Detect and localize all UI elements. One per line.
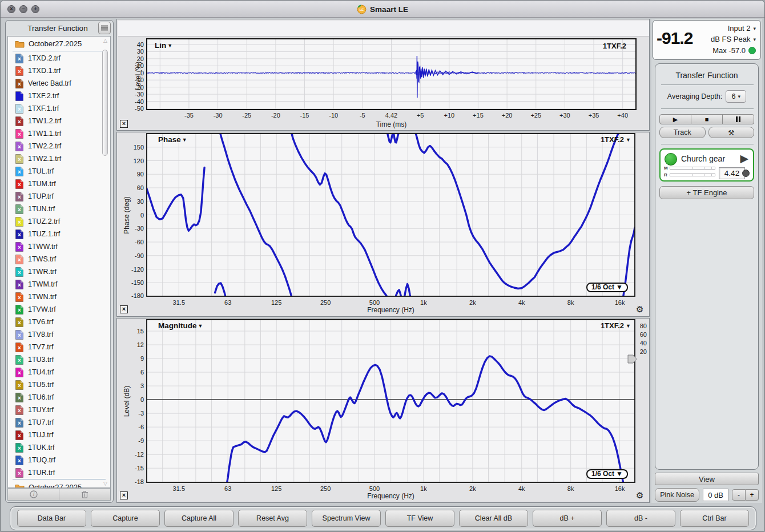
averaging-depth-select[interactable]: 6▾ bbox=[726, 90, 746, 103]
toolbar-button-tf-view[interactable]: TF View bbox=[385, 510, 454, 527]
title-bar[interactable]: × − + LE Smaart LE bbox=[1, 1, 764, 18]
svg-text:×: × bbox=[18, 307, 21, 313]
file-row[interactable]: ×1TUZ.1.trf bbox=[8, 228, 110, 240]
file-row[interactable]: ×1TW1.1.trf bbox=[8, 127, 110, 140]
close-pane-icon[interactable]: × bbox=[120, 491, 128, 499]
file-row[interactable]: ×1TUR.trf bbox=[8, 466, 110, 479]
tools-button[interactable]: ⚒ bbox=[708, 127, 755, 138]
stop-button[interactable]: ■ bbox=[691, 114, 723, 124]
tf-engine-box[interactable]: Church gear ▶ M R 4.42 bbox=[659, 148, 754, 182]
magnitude-chart-type-dropdown[interactable]: Magnitude▼ bbox=[158, 321, 203, 330]
divider bbox=[661, 84, 754, 85]
gear-icon[interactable]: ⚙ bbox=[636, 305, 643, 313]
impulse-chart[interactable]: 403020100-10-20-30-40-50-35-30-25-20-15-… bbox=[117, 19, 650, 131]
file-row[interactable]: ×1TV7.trf bbox=[8, 341, 110, 353]
phase-smoothing-dropdown[interactable]: 1/6 Oct▼ bbox=[586, 283, 628, 292]
file-row[interactable]: ×1TUP.trf bbox=[8, 190, 110, 203]
file-row[interactable]: ×1TUK.trf bbox=[8, 441, 110, 454]
engine-active-led-icon[interactable] bbox=[665, 153, 677, 166]
add-tf-engine-button[interactable]: + TF Engine bbox=[659, 186, 754, 199]
magnitude-chart[interactable]: 15129630-3-6-9-12-15-1831.5631252505001k… bbox=[117, 319, 650, 503]
file-row[interactable]: ×1TW1.2.trf bbox=[8, 115, 110, 127]
pink-noise-button[interactable]: Pink Noise bbox=[655, 488, 699, 502]
file-row[interactable]: ×Vertec Bad.trf bbox=[8, 77, 110, 90]
tick-label: -35 bbox=[184, 112, 194, 119]
toolbar-button-capture-all[interactable]: Capture All bbox=[164, 510, 233, 527]
delay-time-field[interactable]: 4.42 bbox=[719, 167, 745, 179]
scrollbar[interactable]: △ ▽ bbox=[102, 37, 109, 487]
trash-icon bbox=[81, 490, 88, 498]
play-button[interactable]: ▶ bbox=[659, 114, 691, 124]
impulse-trace-label[interactable]: 1TXF.2 bbox=[603, 42, 626, 50]
track-button[interactable]: Track bbox=[659, 127, 706, 138]
menu-icon[interactable] bbox=[98, 22, 111, 34]
phase-trace-dropdown[interactable]: 1TXF.2▼ bbox=[601, 135, 631, 144]
file-row[interactable]: ×1TWW.trf bbox=[8, 240, 110, 253]
file-row[interactable]: ×1TUY.trf bbox=[8, 404, 110, 416]
tick-label: 4.42 bbox=[385, 112, 397, 119]
file-row[interactable]: ×1TU5.trf bbox=[8, 378, 110, 391]
input-select[interactable]: Input 2▾ bbox=[728, 24, 756, 33]
tick-label: 125 bbox=[271, 299, 281, 306]
toolbar-button-clear-all-db[interactable]: Clear All dB bbox=[459, 510, 528, 527]
file-row[interactable]: ×1TUM.trf bbox=[8, 178, 110, 190]
minimize-window-icon[interactable]: − bbox=[19, 5, 27, 13]
meter-mode-select[interactable]: dB FS Peak▾ bbox=[711, 35, 756, 43]
file-row[interactable]: ×1TU7.trf bbox=[8, 416, 110, 429]
file-row[interactable]: ×1TXD.2.trf bbox=[8, 52, 110, 65]
close-pane-icon[interactable]: × bbox=[120, 120, 128, 128]
file-row[interactable]: ×1TWS.trf bbox=[8, 253, 110, 265]
zoom-window-icon[interactable]: + bbox=[31, 5, 39, 13]
divider bbox=[13, 479, 106, 479]
file-row[interactable]: ×1TW2.2.trf bbox=[8, 140, 110, 152]
folder-row-clipped[interactable]: October27.2025 bbox=[8, 480, 110, 488]
file-row[interactable]: ×1TXF.1.trf bbox=[8, 102, 110, 115]
file-row[interactable]: ×1TU3.trf bbox=[8, 353, 110, 366]
toolbar-button-ctrl-bar[interactable]: Ctrl Bar bbox=[680, 510, 749, 527]
file-row[interactable]: ×1TXD.1.trf bbox=[8, 65, 110, 77]
toolbar-button-spectrum-view[interactable]: Spectrum View bbox=[312, 510, 381, 527]
file-row[interactable]: ×1TU6.trf bbox=[8, 391, 110, 404]
file-row[interactable]: ×1TWR.trf bbox=[8, 265, 110, 278]
file-row[interactable]: 1TXF.2.trf bbox=[8, 90, 110, 102]
magnitude-trace-dropdown[interactable]: 1TXF.2▼ bbox=[601, 321, 631, 330]
phase-chart-type-dropdown[interactable]: Phase▼ bbox=[158, 135, 187, 144]
file-row[interactable]: ×1TVW.trf bbox=[8, 303, 110, 316]
file-row[interactable]: ×1TUJ.trf bbox=[8, 429, 110, 441]
file-row[interactable]: ×1TUQ.trf bbox=[8, 454, 110, 466]
file-row[interactable]: ×1TWN.trf bbox=[8, 291, 110, 303]
delay-find-icon[interactable] bbox=[742, 170, 750, 177]
info-button[interactable]: i bbox=[8, 489, 59, 500]
toolbar-button-db-[interactable]: dB + bbox=[533, 510, 602, 527]
file-row[interactable]: ×1TUN.trf bbox=[8, 203, 110, 215]
gear-icon[interactable]: ⚙ bbox=[636, 491, 643, 499]
pause-button[interactable] bbox=[723, 114, 754, 124]
file-row[interactable]: ×1TUZ.2.trf bbox=[8, 215, 110, 228]
scroll-up-icon[interactable]: △ bbox=[102, 37, 109, 44]
scroll-down-icon[interactable]: ▽ bbox=[102, 480, 109, 487]
file-row[interactable]: ×1TV6.trf bbox=[8, 316, 110, 328]
delete-button[interactable] bbox=[59, 489, 110, 500]
level-down-button[interactable]: - bbox=[732, 489, 746, 501]
file-row[interactable]: ×1TUL.trf bbox=[8, 165, 110, 178]
close-window-icon[interactable]: × bbox=[7, 5, 15, 13]
toolbar-button-db-[interactable]: dB - bbox=[606, 510, 675, 527]
level-up-button[interactable]: + bbox=[746, 489, 759, 501]
scrollbar-thumb[interactable] bbox=[102, 50, 108, 156]
file-row[interactable]: ×1TWM.trf bbox=[8, 278, 110, 291]
toolbar-button-reset-avg[interactable]: Reset Avg bbox=[238, 510, 307, 527]
phase-chart[interactable]: 1501209060300-30-60-90-120-150-18031.563… bbox=[117, 132, 650, 317]
close-pane-icon[interactable]: × bbox=[120, 305, 128, 313]
folder-row[interactable]: October27.2025 bbox=[8, 37, 110, 51]
magnitude-smoothing-dropdown[interactable]: 1/6 Oct▼ bbox=[586, 469, 628, 479]
folder-icon bbox=[15, 40, 25, 48]
file-row[interactable]: ×1TV8.trf bbox=[8, 328, 110, 341]
engine-play-icon[interactable]: ▶ bbox=[740, 152, 748, 165]
file-name: 1TUQ.trf bbox=[28, 456, 55, 464]
toolbar-button-data-bar[interactable]: Data Bar bbox=[17, 510, 86, 527]
view-button[interactable]: View bbox=[655, 473, 759, 485]
file-row[interactable]: ×1TU4.trf bbox=[8, 366, 110, 378]
toolbar-button-capture[interactable]: Capture bbox=[91, 510, 160, 527]
file-row[interactable]: ×1TW2.1.trf bbox=[8, 152, 110, 165]
impulse-chart-type-dropdown[interactable]: Lin▼ bbox=[155, 41, 172, 50]
